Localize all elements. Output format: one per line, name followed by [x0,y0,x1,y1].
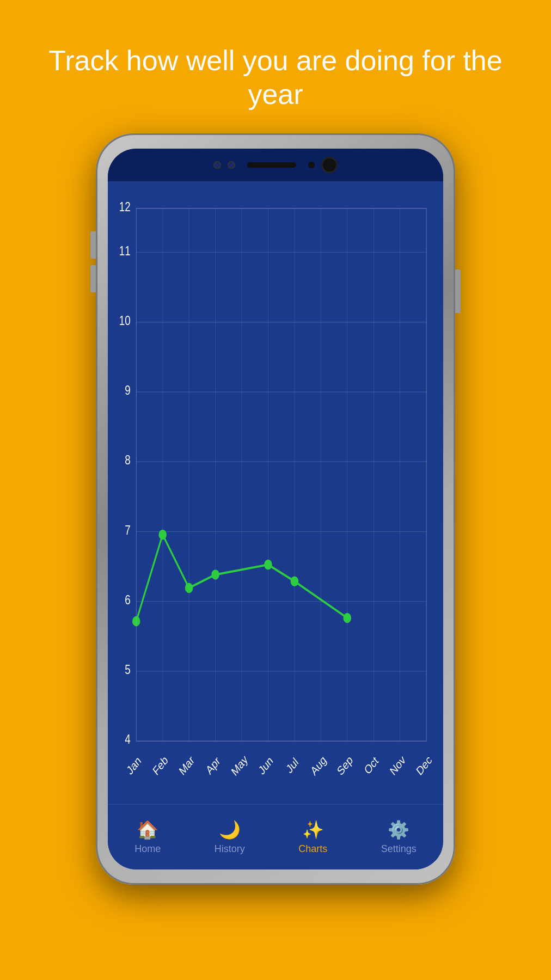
svg-text:Mar: Mar [177,753,196,777]
power-button [455,270,461,313]
svg-text:Jun: Jun [256,754,275,777]
camera-front [308,162,315,168]
chart-container: 4 5 6 7 8 9 10 11 12 [108,181,443,804]
settings-icon: ⚙️ [388,819,409,840]
data-point-jun [264,560,272,570]
data-point-jul [291,576,299,586]
svg-text:Jul: Jul [284,755,301,776]
svg-text:Jan: Jan [125,754,143,777]
page-title: Track how well you are doing for the yea… [0,44,551,112]
svg-text:Oct: Oct [362,754,380,776]
nav-label-history: History [215,843,245,855]
nav-item-charts[interactable]: ✨ Charts [298,819,327,855]
data-point-feb [158,530,167,540]
line-chart: 4 5 6 7 8 9 10 11 12 [108,187,438,799]
phone-screen: 4 5 6 7 8 9 10 11 12 [108,149,443,869]
svg-text:8: 8 [125,453,130,468]
volume-buttons [90,231,96,292]
svg-text:12: 12 [119,200,131,215]
bottom-navigation: 🏠 Home 🌙 History ✨ Charts ⚙️ Settings [108,804,443,869]
camera-dot-left [213,161,221,169]
svg-text:Apr: Apr [204,754,222,777]
nav-label-settings: Settings [381,843,417,855]
svg-text:11: 11 [119,243,131,258]
svg-text:9: 9 [125,383,130,398]
home-icon: 🏠 [137,819,158,840]
svg-text:Sep: Sep [335,753,354,778]
svg-text:5: 5 [125,663,131,677]
speaker-grill [247,162,296,168]
data-point-apr [211,569,219,580]
nav-item-history[interactable]: 🌙 History [215,819,245,855]
nav-label-charts: Charts [298,843,327,855]
data-point-sep [343,612,351,623]
svg-text:Aug: Aug [309,753,328,778]
camera-main [321,157,338,173]
nav-item-home[interactable]: 🏠 Home [134,819,161,855]
svg-text:Dec: Dec [414,753,434,778]
svg-text:Feb: Feb [151,753,170,777]
phone-top-bar [108,149,443,181]
camera-dot-second [228,161,235,169]
nav-item-settings[interactable]: ⚙️ Settings [381,819,417,855]
phone-mockup: 4 5 6 7 8 9 10 11 12 [96,133,455,885]
svg-text:Nov: Nov [388,752,408,777]
svg-rect-42 [136,208,426,741]
svg-text:7: 7 [125,523,130,537]
data-point-mar [185,583,193,593]
svg-text:4: 4 [125,732,131,747]
phone-shell: 4 5 6 7 8 9 10 11 12 [96,133,455,885]
nav-label-home: Home [134,843,161,855]
svg-text:10: 10 [119,314,131,328]
history-icon: 🌙 [219,819,241,840]
charts-icon: ✨ [302,819,324,840]
svg-text:May: May [229,752,250,778]
svg-text:6: 6 [125,593,130,608]
